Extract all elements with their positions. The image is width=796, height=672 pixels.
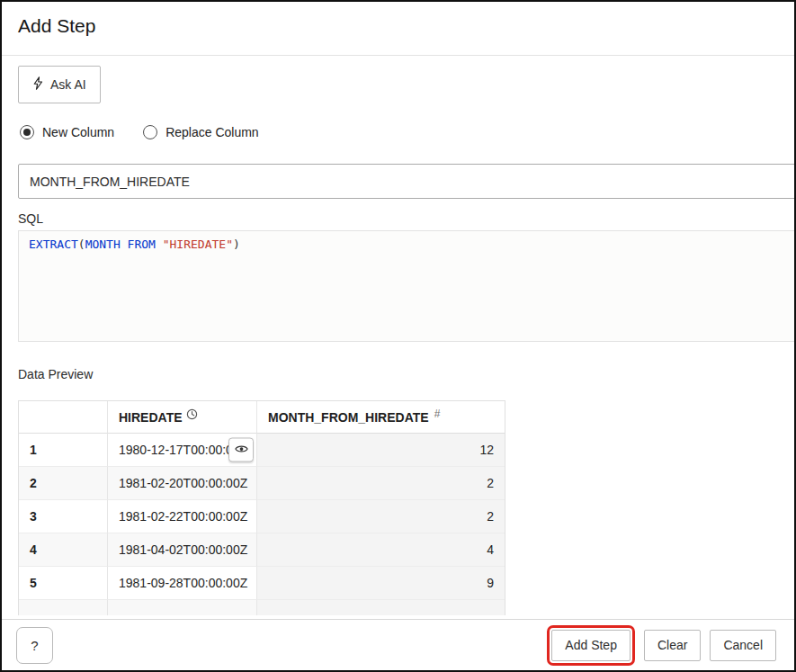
clear-button[interactable]: Clear <box>644 630 701 661</box>
row-number-cell <box>19 600 108 615</box>
hiredate-cell: 1981-02-22T00:00:00Z <box>108 500 257 533</box>
row-number-cell: 4 <box>19 533 108 567</box>
month-cell <box>257 600 505 615</box>
month-cell: 9 <box>257 567 505 600</box>
reveal-value-button[interactable] <box>228 438 254 462</box>
month-cell: 2 <box>257 500 505 533</box>
sql-paren-open: ( <box>78 237 85 251</box>
sql-paren-close: ) <box>233 237 240 251</box>
row-number-cell: 1 <box>19 434 108 467</box>
question-mark-icon: ? <box>31 638 38 653</box>
data-preview-label: Data Preview <box>18 367 93 381</box>
ask-ai-label: Ask AI <box>50 77 86 92</box>
month-cell: 2 <box>257 467 505 500</box>
radio-new-column-label: New Column <box>42 125 114 139</box>
sql-code-line: EXTRACT(MONTH FROM "HIREDATE") <box>19 231 795 258</box>
data-preview-table: HIREDATE MONTH_FROM_HIREDATE # 1 1980-12… <box>18 400 505 615</box>
number-sign-icon: # <box>434 408 441 420</box>
radio-replace-column[interactable]: Replace Column <box>143 125 259 139</box>
month-column-label: MONTH_FROM_HIREDATE <box>268 410 429 425</box>
clock-icon <box>186 408 198 420</box>
sql-keyword: MONTH FROM <box>85 237 163 251</box>
hiredate-cell: 1981-09-28T00:00:00Z <box>108 567 257 600</box>
radio-replace-column-label: Replace Column <box>165 125 259 139</box>
sql-string: "HIREDATE" <box>163 237 233 251</box>
radio-new-column[interactable]: New Column <box>20 125 114 139</box>
add-step-button[interactable]: Add Step <box>551 630 631 661</box>
dialog-footer: ? Add Step Clear Cancel <box>2 619 794 670</box>
table-row: 1 1980-12-17T00:00:00Z 12 <box>19 434 505 467</box>
month-cell: 12 <box>257 434 505 467</box>
radio-replace-column-input[interactable] <box>143 125 157 139</box>
month-cell: 4 <box>257 533 505 567</box>
hiredate-cell: 1981-04-02T00:00:00Z <box>108 533 257 567</box>
lightning-icon <box>32 76 43 93</box>
hiredate-cell: 1980-12-17T00:00:00Z <box>108 434 257 467</box>
radio-new-column-input[interactable] <box>20 125 34 139</box>
hiredate-cell <box>108 600 257 615</box>
table-row: 5 1981-09-28T00:00:00Z 9 <box>19 567 505 600</box>
table-row-clipped <box>19 600 505 615</box>
table-row: 3 1981-02-22T00:00:00Z 2 <box>19 500 505 533</box>
eye-icon <box>235 444 248 457</box>
footer-buttons: Add Step Clear Cancel <box>547 620 776 670</box>
table-row: 4 1981-04-02T00:00:00Z 4 <box>19 533 505 567</box>
cancel-button[interactable]: Cancel <box>710 630 776 661</box>
table-header-row: HIREDATE MONTH_FROM_HIREDATE # <box>19 401 505 434</box>
annotation-highlight: Add Step <box>547 625 635 666</box>
row-number-column-header <box>19 401 108 434</box>
column-mode-radio-group: New Column Replace Column <box>20 125 259 139</box>
row-number-cell: 3 <box>19 500 108 533</box>
month-column-header: MONTH_FROM_HIREDATE # <box>257 401 505 434</box>
column-name-input[interactable] <box>18 164 796 199</box>
row-number-cell: 5 <box>19 567 108 600</box>
hiredate-cell: 1981-02-20T00:00:00Z <box>108 467 257 500</box>
add-step-dialog: Add Step Ask AI New Column Replace Colum… <box>0 0 796 672</box>
sql-keyword: EXTRACT <box>29 237 78 251</box>
ask-ai-button[interactable]: Ask AI <box>18 66 101 103</box>
help-button[interactable]: ? <box>16 627 53 664</box>
sql-editor[interactable]: EXTRACT(MONTH FROM "HIREDATE") <box>18 230 796 342</box>
sql-label: SQL <box>18 211 43 226</box>
page-title: Add Step <box>18 15 95 37</box>
hiredate-column-header: HIREDATE <box>108 401 257 434</box>
row-number-cell: 2 <box>19 467 108 500</box>
hiredate-column-label: HIREDATE <box>119 410 183 425</box>
header-divider <box>2 55 794 56</box>
table-row: 2 1981-02-20T00:00:00Z 2 <box>19 467 505 500</box>
